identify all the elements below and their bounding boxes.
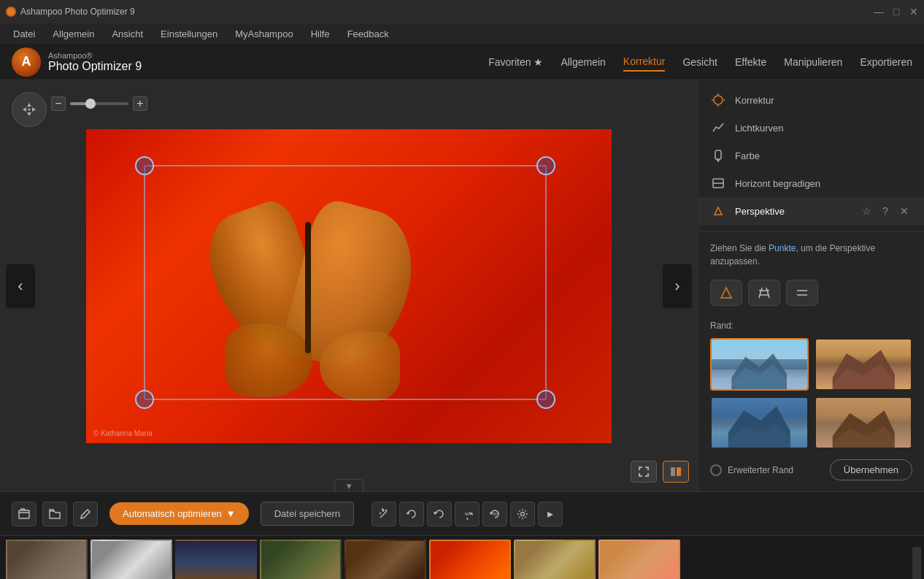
rand-item-4[interactable]: [815, 396, 913, 449]
filmstrip-scrollbar[interactable]: [912, 547, 921, 580]
tab-effekte[interactable]: Effekte: [735, 53, 766, 71]
rand-thumb-1: [712, 340, 807, 389]
auto-optimize-label: Automatisch optimieren: [123, 508, 222, 519]
menu-ansicht[interactable]: Ansicht: [104, 26, 150, 42]
erweiterter-rand: Erweiterter Rand Übernehmen: [710, 459, 912, 480]
image-buttons: [631, 461, 689, 483]
settings-button[interactable]: [510, 502, 535, 526]
korrektur-label: Korrektur: [735, 95, 774, 106]
zoom-out-button[interactable]: −: [51, 96, 66, 111]
persp-mode-2-button[interactable]: [748, 280, 780, 306]
ubernehmen-button[interactable]: Übernehmen: [830, 459, 912, 480]
open-file-button[interactable]: [12, 502, 36, 526]
persp-mode-1-button[interactable]: [710, 280, 742, 306]
tool-korrektur[interactable]: Korrektur: [698, 86, 924, 114]
lichtkurven-icon: [710, 120, 726, 136]
menu-myashampoo[interactable]: MyAshampoo: [228, 26, 300, 42]
persp-mode-3-button[interactable]: [786, 280, 818, 306]
tool-perspektive[interactable]: Perspektive ☆ ? ✕: [698, 197, 924, 225]
erweiterter-rand-radio[interactable]: [710, 464, 722, 476]
tab-allgemein[interactable]: Allgemein: [561, 53, 605, 71]
filmstrip-item-4[interactable]: [260, 540, 342, 580]
tab-exportieren[interactable]: Exportieren: [860, 53, 912, 71]
svg-text:90°: 90°: [493, 512, 500, 516]
menu-einstellungen[interactable]: Einstellungen: [153, 26, 225, 42]
filmstrip-item-2[interactable]: [91, 540, 172, 580]
tool-lichtkurven[interactable]: Lichtkurven: [698, 114, 924, 142]
perspective-panel: Ziehen Sie die Punkte, um die Perspektiv…: [698, 231, 924, 491]
svg-rect-36: [19, 510, 29, 518]
horizont-icon: [710, 175, 726, 191]
svg-line-39: [385, 510, 387, 511]
next-image-button[interactable]: ›: [663, 264, 692, 308]
app-title: Ashampoo Photo Optimizer 9: [20, 7, 135, 17]
open-folder-button[interactable]: [42, 502, 67, 526]
filmstrip-item-5[interactable]: [344, 540, 426, 580]
tab-favoriten[interactable]: Favoriten ★: [488, 53, 543, 71]
maximize-button[interactable]: □: [892, 7, 901, 16]
auto-optimize-button[interactable]: Automatisch optimieren ▼: [109, 502, 249, 525]
zoom-slider[interactable]: [70, 102, 128, 105]
tab-manipulieren[interactable]: Manipulieren: [784, 53, 842, 71]
perspektive-help-button[interactable]: ?: [877, 203, 893, 219]
rotate-cw-button[interactable]: 90°: [455, 502, 480, 526]
menu-allgemein[interactable]: Allgemein: [45, 26, 101, 42]
rand-grid: [710, 338, 912, 449]
perspektive-label: Perspektive: [735, 206, 785, 217]
rand-item-2[interactable]: [815, 338, 913, 391]
logo-product: Photo Optimizer 9: [48, 60, 142, 73]
menu-hilfe[interactable]: Hilfe: [304, 26, 337, 42]
toolbar-left-buttons: [12, 502, 98, 526]
menubar: Datei Allgemein Ansicht Einstellungen My…: [0, 23, 924, 44]
svg-point-15: [714, 96, 723, 104]
filmstrip-item-7[interactable]: [514, 540, 596, 580]
rotate-ccw-button[interactable]: 90°: [482, 502, 507, 526]
tool-farbe[interactable]: Farbe: [698, 142, 924, 169]
logo-icon: A: [12, 47, 41, 77]
tab-gesicht[interactable]: Gesicht: [682, 53, 717, 71]
copyright-text: © Katharina Maria: [93, 429, 153, 437]
perspektive-icon: [710, 203, 726, 219]
undo-all-button[interactable]: [427, 502, 452, 526]
tool-horizont[interactable]: Horizont begradigen: [698, 169, 924, 197]
filmstrip-item-8[interactable]: [598, 540, 680, 580]
app-icon: [6, 7, 16, 17]
image-container: © Katharina Maria: [86, 129, 612, 443]
fullscreen-button[interactable]: [631, 461, 657, 483]
filmstrip-item-1[interactable]: [6, 540, 88, 580]
collapse-button[interactable]: ▾: [334, 479, 363, 491]
edit-buttons: 90° 90° ▸: [371, 502, 563, 526]
svg-marker-3: [32, 107, 36, 112]
svg-marker-2: [23, 107, 26, 112]
header: A Ashampoo® Photo Optimizer 9 Favoriten …: [0, 44, 924, 80]
minimize-button[interactable]: —: [874, 7, 883, 16]
svg-line-40: [380, 513, 381, 514]
rand-item-3[interactable]: [710, 396, 809, 449]
menu-datei[interactable]: Datei: [6, 26, 42, 42]
filmstrip-item-6[interactable]: ✓: [429, 540, 511, 580]
erweiterter-rand-label: Erweiterter Rand: [728, 465, 793, 475]
tab-korrektur[interactable]: Korrektur: [623, 53, 666, 72]
menu-feedback[interactable]: Feedback: [340, 26, 396, 42]
close-button[interactable]: ✕: [909, 7, 918, 16]
rand-thumb-4: [816, 398, 912, 448]
compare-button[interactable]: [663, 461, 689, 483]
zoom-controls: − +: [51, 96, 147, 111]
magic-wand-button[interactable]: [371, 502, 396, 526]
rand-item-1[interactable]: [710, 338, 809, 391]
brush-button[interactable]: [73, 502, 98, 526]
undo-button[interactable]: [399, 502, 424, 526]
prev-image-button[interactable]: ‹: [6, 264, 35, 308]
filmstrip-item-3[interactable]: [175, 540, 257, 580]
save-button[interactable]: Datei speichern: [261, 502, 354, 526]
perspektive-star-button[interactable]: ☆: [858, 203, 874, 219]
pan-control[interactable]: [12, 92, 47, 127]
titlebar-controls[interactable]: — □ ✕: [874, 7, 918, 16]
svg-point-4: [28, 108, 31, 111]
zoom-in-button[interactable]: +: [133, 96, 147, 111]
lichtkurven-label: Lichtkurven: [735, 123, 783, 134]
svg-marker-23: [715, 207, 722, 215]
logo-area: A Ashampoo® Photo Optimizer 9: [12, 47, 216, 77]
more-button[interactable]: ▸: [538, 502, 563, 526]
perspektive-close-button[interactable]: ✕: [896, 203, 912, 219]
